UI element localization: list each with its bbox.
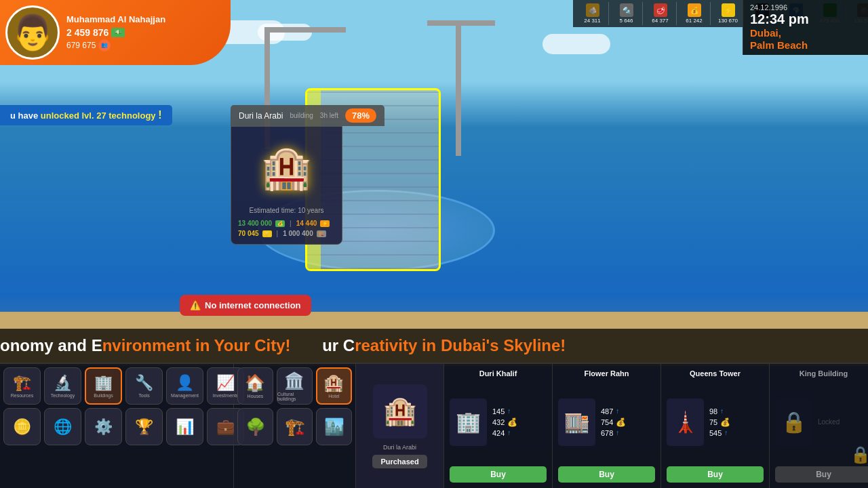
queens-tower-stat3-val: 545 (709, 429, 722, 437)
player-panel: 👨 Muhammad Al Nahajjan 2 459 876 💵 679 6… (0, 0, 231, 65)
duri-khalif-buy-btn[interactable]: Buy (450, 466, 547, 483)
duri-khalif-stat3-val: 424 (492, 429, 505, 437)
player-money: 2 459 876 💵 (66, 27, 220, 38)
shop-item-queens-tower: Queens Tower 🗼 98 ↑ 75 💰 545 ↑ (661, 364, 770, 488)
hotel-icon: 🏨 (323, 373, 344, 392)
nature-btn-icon: 🌳 (245, 418, 266, 436)
stat2-val: 70 045 (238, 230, 259, 237)
selected-building-name: Duri la Arabi (383, 444, 416, 451)
buildings-label: Buildings (94, 393, 113, 398)
no-internet-warning: ⚠️ No internet connection (180, 295, 311, 316)
construction-icon: 🏗️ (285, 418, 305, 436)
building-location: Duri la Arabi (239, 111, 283, 121)
queens-tower-stats: 98 ↑ 75 💰 545 ↑ (709, 407, 764, 437)
duri-khalif-stat2-icon: 💰 (507, 418, 517, 427)
btype-row-2: 🌳 🏗️ 🏙️ (237, 408, 352, 445)
queens-tower-stat2-val: 75 (709, 418, 717, 426)
flower-rahn-buy-btn[interactable]: Buy (558, 466, 655, 483)
shop-item-flower-rahn-name: Flower Rahn (558, 369, 655, 378)
population-value: 679 675 (66, 41, 96, 50)
stone-icon: 🪨 (586, 3, 599, 17)
action-row-2: 🪙 🌐 ⚙️ 🏆 📊 💼 (3, 408, 230, 445)
player-info: Muhammad Al Nahajjan 2 459 876 💵 679 675… (66, 14, 220, 52)
action-btn-tools[interactable]: 🔧 Tools (125, 367, 163, 405)
shop-item-queens-tower-content: 🗼 98 ↑ 75 💰 545 ↑ (667, 381, 764, 463)
cultural-icon: 🏛️ (284, 371, 304, 390)
duri-khalif-arrow3: ↑ (507, 429, 511, 436)
stat1-right-icon: ⚡ (320, 220, 330, 227)
action-btn-chart[interactable]: 📊 (166, 408, 203, 445)
action-btn-gear[interactable]: ⚙️ (85, 408, 122, 445)
duri-khalif-arrow1: ↑ (507, 407, 511, 415)
btype-nature[interactable]: 🌳 (237, 408, 273, 445)
stat1-right: 14 440 (296, 220, 317, 227)
shop-item-duri-khalif: Duri Khalif 🏢 145 ↑ 432 💰 424 ↑ (444, 364, 553, 488)
btype-skyscraper[interactable]: 🏙️ (316, 408, 352, 445)
action-row-1: 🏗️ Resources 🔬 Technology 🏢 Buildings 🔧 … (3, 367, 230, 405)
action-btn-coin[interactable]: 🪙 (3, 408, 41, 445)
resource-stone: 🪨 24 311 (576, 2, 609, 25)
flower-rahn-stat3: 678 ↑ (601, 429, 655, 437)
gold-icon: 💰 (688, 3, 701, 17)
shop-item-king-building-name: King Building (775, 369, 868, 378)
btype-cultural[interactable]: 🏛️ Cultural buildings (277, 367, 313, 405)
money-icon: 💵 (111, 28, 125, 37)
news-ticker: onomy and Environment in Your City! ur C… (0, 329, 868, 363)
flower-rahn-stat2-icon: 💰 (616, 418, 626, 427)
queens-tower-buy-btn[interactable]: Buy (667, 466, 764, 483)
flower-rahn-arrow1: ↑ (616, 407, 619, 415)
shop-item-flower-rahn-content: 🏬 487 ↑ 754 💰 678 ↑ (558, 381, 655, 463)
resource-energy: ⚡ 130 670 (712, 2, 745, 25)
btype-hotel[interactable]: 🏨 Hotel (316, 367, 352, 405)
gear-btn-icon: ⚙️ (94, 418, 113, 436)
time-display: 12:34 pm (750, 12, 861, 27)
building-time-left: 3h left (320, 112, 338, 119)
management-label: Management (171, 393, 199, 398)
chart-icon: 📊 (176, 418, 194, 436)
flower-rahn-image: 🏬 (558, 399, 595, 446)
building-est-time: Estimated time: 10 years (238, 207, 335, 214)
tools-icon: 🔧 (135, 374, 153, 392)
shop-item-queens-tower-name: Queens Tower (667, 369, 764, 378)
action-btn-trophy[interactable]: 🏆 (125, 408, 163, 445)
king-building-buy-btn[interactable]: Buy (775, 466, 868, 483)
action-btn-technology[interactable]: 🔬 Technology (44, 367, 81, 405)
stat1-val: 13 400 000 (238, 220, 272, 227)
building-shop: Duri Khalif 🏢 145 ↑ 432 💰 424 ↑ (444, 364, 868, 488)
coin-icon: 🪙 (13, 418, 31, 436)
duri-khalif-stat1: 145 ↑ (492, 407, 547, 415)
gold-count: 61 242 (686, 18, 702, 24)
ticker-text: onomy and Environment in Your City! ur C… (0, 336, 566, 355)
energy-count: 130 670 (718, 18, 738, 24)
building-card-body: 🏨 Estimated time: 10 years 13 400 000 💰 … (231, 126, 342, 245)
queens-tower-stat1-val: 98 (709, 407, 717, 415)
action-btn-globe[interactable]: 🌐 (44, 408, 81, 445)
buildings-icon: 🏢 (94, 374, 113, 392)
population-icon: 👥 (98, 39, 111, 52)
resources-icon: 🏗️ (13, 374, 31, 392)
hotel-label: Hotel (328, 394, 339, 399)
briefcase-icon: 💼 (216, 418, 235, 436)
action-btn-buildings[interactable]: 🏢 Buildings (85, 367, 122, 405)
flower-rahn-stat1-val: 487 (601, 407, 613, 415)
btype-construction[interactable]: 🏗️ (277, 408, 313, 445)
btype-houses[interactable]: 🏠 Houses (237, 367, 273, 405)
shop-item-king-building: King Building 🔒 Locked 🔒 Buy (770, 364, 868, 488)
duri-khalif-stat2: 432 💰 (492, 418, 547, 427)
flower-rahn-stat1: 487 ↑ (601, 407, 655, 415)
tech-exclaim: ! (158, 109, 161, 121)
building-type-bar: 🏠 Houses 🏛️ Cultural buildings 🏨 Hotel 🌳… (234, 364, 356, 488)
food-count: 64 377 (652, 18, 668, 24)
player-name: Muhammad Al Nahajjan (66, 14, 220, 24)
resource-gold: 💰 61 242 (678, 2, 711, 25)
technology-label: Technology (51, 393, 75, 398)
action-btn-management[interactable]: 👤 Management (166, 367, 203, 405)
queens-tower-arrow3: ↑ (724, 429, 728, 436)
action-btn-resources[interactable]: 🏗️ Resources (3, 367, 41, 405)
resource-bar: 🪨 24 311 🔩 5 646 🥩 64 377 💰 61 242 ⚡ 130… (573, 0, 743, 27)
metal-icon: 🔩 (620, 3, 633, 17)
queens-tower-image: 🗼 (667, 399, 704, 446)
building-progress: 78% (345, 108, 376, 123)
location-display: Dubai, Palm Beach (750, 27, 861, 52)
houses-icon: 🏠 (245, 373, 265, 392)
